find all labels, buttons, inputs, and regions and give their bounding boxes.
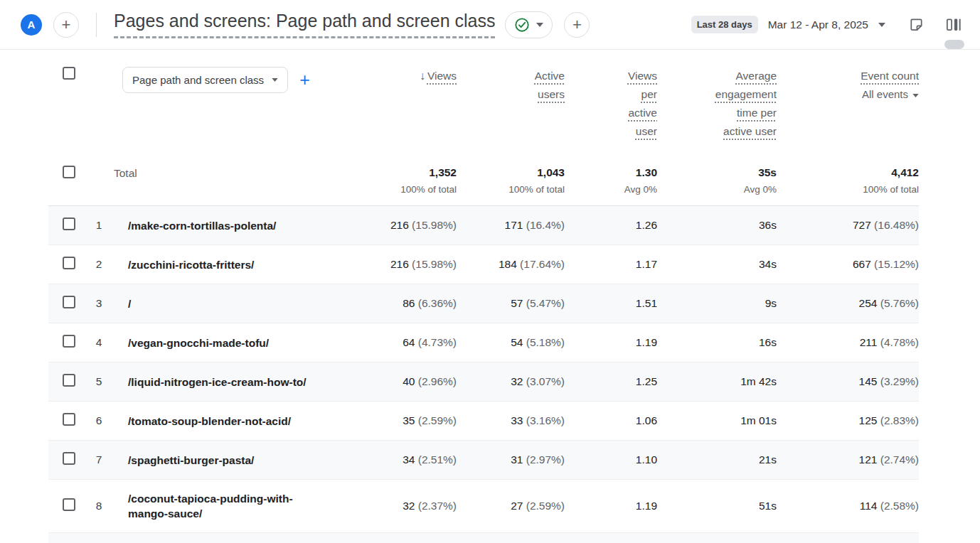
engagement-time-cell: 16s [657, 323, 777, 362]
row-checkbox-cell [48, 441, 84, 480]
row-checkbox-cell [48, 480, 84, 533]
plus-icon: + [62, 17, 71, 33]
views-cell: 34 (2.51%) [364, 441, 457, 480]
active-users-cell: 27 (2.59%) [457, 480, 565, 533]
total-checkbox[interactable] [63, 166, 75, 178]
page-path: /vegan-gnocchi-made-tofu/ [114, 335, 311, 350]
chevron-down-icon [272, 78, 278, 82]
row-checkbox-cell [48, 533, 84, 543]
total-engagement-time: 35s Avg 0% [657, 155, 777, 206]
row-checkbox-cell [48, 362, 84, 402]
row-number: 7 [84, 441, 114, 480]
dimension-header: Page path and screen class + [114, 55, 364, 155]
page-path: /spaghetti-burger-pasta/ [114, 453, 311, 468]
table-row[interactable]: 1 /make-corn-tortillas-polenta/ 216 (15.… [48, 206, 919, 245]
table-row[interactable]: 2 /zucchini-ricotta-fritters/ 216 (15.98… [48, 245, 919, 284]
engagement-time-cell: 21s [657, 441, 777, 480]
column-header-views-per-active-user[interactable]: Views per active user [565, 55, 657, 155]
table-row[interactable]: 5 /liquid-nitrogen-ice-cream-how-to/ 40 … [48, 362, 919, 402]
add-button-left[interactable]: + [53, 12, 79, 38]
page-path-cell: / [114, 284, 364, 323]
table-row[interactable]: 9 /spanish-tortilla-potatoes/ 21 (1.55%)… [48, 533, 919, 543]
table-row[interactable]: 4 /vegan-gnocchi-made-tofu/ 64 (4.73%) 5… [48, 323, 919, 362]
header-divider [96, 13, 97, 37]
check-circle-icon [514, 17, 530, 33]
total-views: 1,352 100% of total [364, 155, 457, 206]
row-checkbox[interactable] [63, 335, 75, 348]
active-users-cell: 33 (3.16%) [457, 402, 565, 441]
page-path: / [114, 296, 311, 311]
row-checkbox[interactable] [63, 452, 75, 465]
engagement-time-cell: 1m 42s [657, 362, 777, 402]
views-cell: 216 (15.98%) [364, 206, 457, 245]
table-header-row: Page path and screen class + ↓Views Acti… [48, 55, 919, 155]
row-number-header [84, 55, 114, 155]
total-row: Total 1,352 100% of total 1,043 100% of … [48, 155, 919, 206]
views-per-user-cell: 1.06 [565, 402, 657, 441]
views-cell: 64 (4.73%) [364, 323, 457, 362]
select-all-cell [48, 55, 84, 155]
views-cell: 21 (1.55%) [364, 533, 457, 543]
row-checkbox[interactable] [63, 296, 75, 308]
engagement-time-cell: 42s [657, 533, 777, 543]
event-count-cell: 64 (1.45%) [777, 533, 919, 543]
avatar[interactable]: A [21, 14, 42, 36]
event-count-cell: 114 (2.58%) [777, 480, 919, 533]
column-header-event-count[interactable]: Event count All events [777, 55, 919, 155]
views-cell: 32 (2.37%) [364, 480, 457, 533]
report-status-pill[interactable] [505, 11, 553, 38]
add-comparison-button[interactable]: + [564, 12, 590, 38]
table-row[interactable]: 7 /spaghetti-burger-pasta/ 34 (2.51%) 31… [48, 441, 919, 480]
select-all-checkbox[interactable] [63, 67, 75, 80]
page-path-cell: /tomato-soup-blender-not-acid/ [114, 402, 364, 441]
scrollbar-thumb[interactable] [944, 40, 964, 49]
table-row[interactable]: 6 /tomato-soup-blender-not-acid/ 35 (2.5… [48, 402, 919, 441]
total-label: Total [114, 155, 364, 206]
chevron-down-icon [912, 94, 919, 97]
event-count-cell: 211 (4.78%) [777, 323, 919, 362]
row-checkbox-cell [48, 323, 84, 362]
dimension-selector[interactable]: Page path and screen class [122, 67, 288, 93]
table-body: Total 1,352 100% of total 1,043 100% of … [48, 155, 919, 543]
note-icon[interactable] [908, 16, 925, 33]
row-checkbox-cell [48, 245, 84, 284]
column-header-active-users[interactable]: Active users [457, 55, 565, 155]
report-header: A + Pages and screens: Page path and scr… [0, 0, 980, 50]
header-actions [908, 16, 962, 33]
table-row[interactable]: 3 / 86 (6.36%) 57 (5.47%) 1.51 9s 254 (5… [48, 284, 919, 323]
add-secondary-dimension-icon[interactable]: + [299, 71, 310, 89]
views-per-user-cell: 1.50 [565, 533, 657, 543]
event-count-cell: 121 (2.74%) [777, 441, 919, 480]
engagement-time-cell: 9s [657, 284, 777, 323]
active-users-cell: 171 (16.4%) [457, 206, 565, 245]
total-event-count: 4,412 100% of total [777, 155, 919, 206]
row-checkbox[interactable] [63, 413, 75, 426]
total-views-per-user: 1.30 Avg 0% [565, 155, 657, 206]
row-checkbox[interactable] [63, 257, 75, 269]
views-per-user-cell: 1.10 [565, 441, 657, 480]
views-per-user-cell: 1.25 [565, 362, 657, 402]
row-checkbox-cell [48, 206, 84, 245]
events-filter-dropdown[interactable]: All events [777, 85, 919, 104]
row-number: 3 [84, 284, 114, 323]
row-checkbox[interactable] [63, 374, 75, 387]
table-row[interactable]: 8 /coconut-tapioca-pudding-with-mango-sa… [48, 480, 919, 533]
comparison-icon[interactable] [944, 16, 962, 33]
row-checkbox[interactable] [63, 217, 75, 230]
column-header-views[interactable]: ↓Views [364, 55, 457, 155]
date-preset-badge: Last 28 days [691, 16, 758, 33]
engagement-time-cell: 34s [657, 245, 777, 284]
date-range-picker[interactable]: Last 28 days Mar 12 - Apr 8, 2025 [691, 16, 885, 33]
column-header-avg-engagement-time[interactable]: Average engagement time per active user [657, 55, 777, 155]
row-number: 6 [84, 402, 114, 441]
row-number: 2 [84, 245, 114, 284]
row-checkbox[interactable] [63, 498, 75, 511]
views-cell: 216 (15.98%) [364, 245, 457, 284]
views-per-user-cell: 1.19 [565, 480, 657, 533]
chevron-down-icon [536, 23, 543, 27]
page-path-cell: /make-corn-tortillas-polenta/ [114, 206, 364, 245]
page-title: Pages and screens: Page path and screen … [114, 11, 495, 38]
plus-icon: + [572, 17, 582, 33]
engagement-time-cell: 1m 01s [657, 402, 777, 441]
chevron-down-icon [878, 23, 885, 27]
